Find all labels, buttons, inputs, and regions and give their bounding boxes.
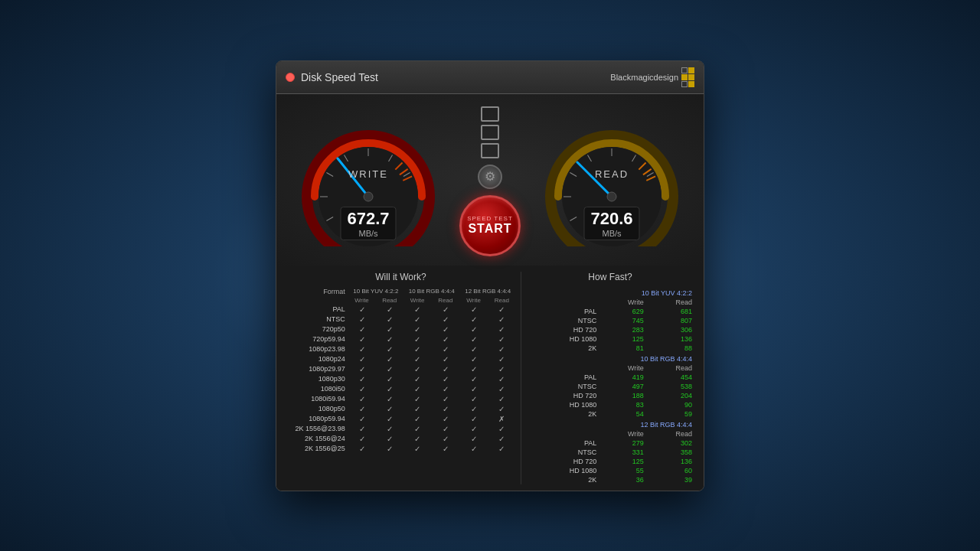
check-mark: ✓ (488, 315, 516, 324)
read-value: 39 (646, 475, 694, 484)
list-item (526, 429, 599, 439)
check-mark: ✓ (431, 444, 459, 454)
list-item: NTSC (286, 315, 348, 324)
write-value: 81 (599, 344, 646, 353)
list-item: PAL (286, 305, 348, 315)
check-mark: ✓ (375, 374, 403, 384)
check-mark: ✓ (431, 334, 459, 344)
read-value: 720.6 (590, 209, 632, 229)
list-item: 2K (526, 344, 599, 353)
check-mark: ✓ (459, 434, 487, 444)
title-bar: Disk Speed Test Blackmagicdesign (276, 61, 704, 94)
check-mark: ✓ (431, 414, 459, 424)
check-mark: ✓ (459, 364, 487, 374)
check-mark: ✓ (431, 344, 459, 354)
write-value: 279 (599, 439, 646, 448)
svg-point-28 (607, 192, 616, 201)
check-mark: ✓ (431, 404, 459, 414)
close-button[interactable] (286, 73, 295, 82)
check-mark: ✓ (488, 305, 516, 315)
check-mark: ✓ (459, 384, 487, 394)
check-mark: ✓ (375, 414, 403, 424)
svg-text:WRITE: WRITE (348, 168, 388, 180)
format-btn-2[interactable] (481, 125, 499, 140)
will-it-work-data: Format 10 Bit YUV 4:2:2 10 Bit RGB 4:4:4… (286, 287, 516, 454)
check-mark: ✓ (375, 434, 403, 444)
check-mark: ✓ (459, 344, 487, 354)
check-mark: ✓ (488, 444, 516, 454)
check-mark: ✓ (488, 434, 516, 444)
check-mark: ✓ (375, 364, 403, 374)
list-item: 1080p50 (286, 404, 348, 414)
check-mark: ✓ (403, 444, 431, 454)
read-value: 88 (646, 344, 694, 353)
check-mark: ✓ (431, 424, 459, 434)
read-value: 204 (646, 391, 694, 400)
start-button-main-label: START (468, 222, 511, 236)
list-item (526, 298, 599, 307)
table-divider (521, 272, 521, 484)
check-mark: ✓ (459, 324, 487, 334)
check-mark: ✓ (403, 394, 431, 404)
write-value-box: 672.7 MB/s (340, 207, 396, 240)
read-value: 136 (646, 457, 694, 466)
brand-name: Blackmagicdesign (610, 73, 678, 82)
read-value: 538 (646, 382, 694, 391)
check-mark: ✓ (488, 374, 516, 384)
check-mark: ✓ (348, 344, 376, 354)
svg-point-13 (364, 192, 373, 201)
check-mark: ✓ (348, 354, 376, 364)
list-item: 2K (526, 475, 599, 484)
check-mark: ✓ (488, 364, 516, 374)
format-btn-3[interactable] (481, 143, 499, 158)
check-mark: ✓ (403, 334, 431, 344)
check-mark: ✓ (459, 374, 487, 384)
check-mark: ✓ (375, 344, 403, 354)
gauges-section: WRITE 672.7 MB/s ⚙ SPEED TEST START (276, 94, 704, 266)
check-mark: ✓ (403, 434, 431, 444)
check-mark: ✓ (431, 394, 459, 404)
check-mark: ✓ (459, 444, 487, 454)
check-mark: ✓ (375, 305, 403, 315)
list-item: 1080p59.94 (286, 414, 348, 424)
will-it-work-title: Will it Work? (286, 272, 516, 282)
check-mark: ✓ (348, 404, 376, 414)
check-mark: ✓ (488, 384, 516, 394)
format-btn-1[interactable] (481, 106, 499, 122)
list-item: NTSC (526, 316, 599, 325)
settings-icon[interactable]: ⚙ (478, 165, 502, 189)
check-mark: ✓ (488, 324, 516, 334)
read-value-box: 720.6 MB/s (583, 207, 639, 240)
check-mark: ✓ (488, 404, 516, 414)
list-item: HD 1080 (526, 334, 599, 344)
check-mark: ✓ (375, 424, 403, 434)
check-mark: ✓ (403, 305, 431, 315)
read-value: 681 (646, 307, 694, 316)
check-mark: ✓ (488, 334, 516, 344)
list-item: HD 1080 (526, 466, 599, 475)
list-item: 1080i50 (286, 384, 348, 394)
check-mark: ✓ (488, 344, 516, 354)
check-mark: ✓ (348, 374, 376, 384)
check-mark: ✓ (348, 315, 376, 324)
check-mark: ✓ (403, 384, 431, 394)
list-item: 2K (526, 409, 599, 419)
check-mark: ✓ (348, 424, 376, 434)
check-mark: ✓ (375, 404, 403, 414)
check-mark: ✓ (348, 364, 376, 374)
check-mark: ✓ (348, 384, 376, 394)
check-mark: ✓ (348, 305, 376, 315)
write-unit: MB/s (347, 229, 389, 238)
tables-section: Will it Work? Format 10 Bit YUV 4:2:2 10… (276, 266, 704, 491)
start-button[interactable]: SPEED TEST START (459, 195, 521, 256)
list-item: 2K 1556@24 (286, 434, 348, 444)
list-item: HD 720 (526, 391, 599, 400)
check-mark: ✓ (488, 424, 516, 434)
check-mark: ✓ (431, 354, 459, 364)
check-mark: ✓ (431, 434, 459, 444)
check-mark: ✓ (488, 394, 516, 404)
write-value: 283 (599, 325, 646, 334)
will-it-work-table: Will it Work? Format 10 Bit YUV 4:2:2 10… (286, 272, 516, 484)
check-mark: ✓ (403, 374, 431, 384)
read-value: 807 (646, 316, 694, 325)
